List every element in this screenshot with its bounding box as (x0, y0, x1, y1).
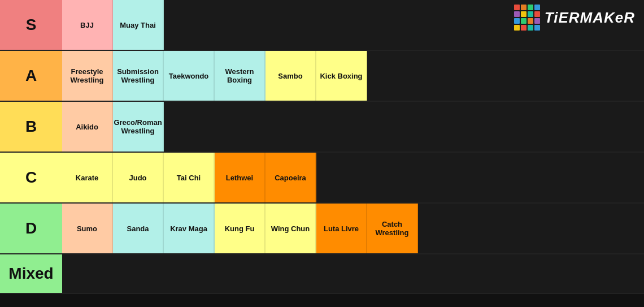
tier-label-s: S (0, 0, 62, 50)
tier-row-a: AFreestyle WrestlingSubmission Wrestling… (0, 51, 644, 102)
tier-item[interactable]: Submission Wrestling (113, 51, 164, 101)
tier-item[interactable]: Sumo (62, 204, 113, 253)
tier-item[interactable]: BJJ (62, 0, 113, 50)
tier-empty-space (367, 51, 644, 101)
tier-row-mixed: Mixed (0, 254, 644, 294)
tier-item[interactable]: Karate (62, 153, 113, 202)
logo-cell (534, 5, 540, 10)
logo-cell (528, 18, 533, 24)
logo-cell (534, 25, 540, 31)
tier-items-mixed (62, 254, 644, 293)
tier-item[interactable]: Taekwondo (164, 51, 215, 101)
tier-label-d: D (0, 204, 62, 253)
logo-cell (521, 25, 526, 31)
app-container: TiERMAKeR SBJJMuay ThaiAFreestyle Wrestl… (0, 0, 644, 294)
tier-item[interactable]: Lethwei (215, 153, 266, 202)
tier-item[interactable]: Judo (113, 153, 164, 202)
tier-empty-space (418, 204, 644, 253)
tier-row-c: CKarateJudoTai ChiLethweiCapoeira (0, 153, 644, 204)
tier-item[interactable]: Sanda (113, 204, 164, 253)
tier-label-b: B (0, 102, 62, 152)
logo-text: TiERMAKeR (545, 9, 635, 27)
logo-cell (521, 18, 526, 24)
tier-row-b: BAikidoGreco/Roman Wrestling (0, 102, 644, 153)
logo-cell (514, 18, 520, 24)
logo-cell (514, 11, 520, 17)
tier-items-a: Freestyle WrestlingSubmission WrestlingT… (62, 51, 644, 101)
tier-label-mixed: Mixed (0, 254, 62, 293)
tier-item[interactable]: Krav Maga (164, 204, 215, 253)
logo-cell (528, 25, 533, 31)
tier-item[interactable]: Catch Wrestling (367, 204, 418, 253)
logo-cell (528, 5, 533, 10)
tier-item[interactable]: Luta Livre (316, 204, 367, 253)
tier-label-c: C (0, 153, 62, 202)
tier-empty-space (316, 153, 644, 202)
tier-item[interactable]: Aikido (62, 102, 113, 152)
tier-item[interactable]: Capoeira (266, 153, 316, 202)
tier-empty-space (164, 102, 644, 152)
tier-item[interactable]: Tai Chi (164, 153, 215, 202)
tier-row-d: DSumoSandaKrav MagaKung FuWing ChunLuta … (0, 204, 644, 254)
tier-items-d: SumoSandaKrav MagaKung FuWing ChunLuta L… (62, 204, 644, 253)
tier-item[interactable]: Sambo (266, 51, 316, 101)
tier-item[interactable]: Kung Fu (215, 204, 266, 253)
logo-cell (514, 25, 520, 31)
tier-container: SBJJMuay ThaiAFreestyle WrestlingSubmiss… (0, 0, 644, 294)
tier-item[interactable]: Muay Thai (113, 0, 164, 50)
tier-item[interactable]: Greco/Roman Wrestling (113, 102, 164, 152)
tier-item[interactable]: Western Boxing (215, 51, 266, 101)
tier-label-a: A (0, 51, 62, 101)
logo-cell (521, 11, 526, 17)
logo-cell (528, 11, 533, 17)
logo-cell (514, 5, 520, 10)
logo-cell (521, 5, 526, 10)
tier-items-c: KarateJudoTai ChiLethweiCapoeira (62, 153, 644, 202)
logo-grid (514, 5, 540, 31)
logo-cell (534, 18, 540, 24)
logo-cell (534, 11, 540, 17)
logo-area: TiERMAKeR (514, 5, 635, 31)
tier-item[interactable]: Freestyle Wrestling (62, 51, 113, 101)
tier-items-b: AikidoGreco/Roman Wrestling (62, 102, 644, 152)
tier-item[interactable]: Wing Chun (266, 204, 316, 253)
tier-empty-space (62, 254, 644, 293)
tier-item[interactable]: Kick Boxing (316, 51, 367, 101)
